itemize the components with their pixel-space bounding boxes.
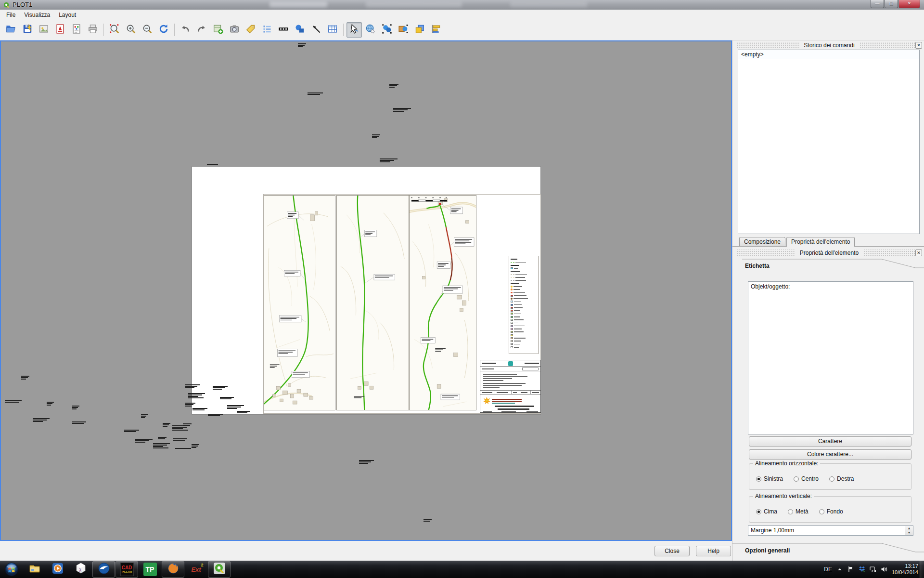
redo-button[interactable] — [194, 22, 209, 38]
tab-propriet-dell-elemento[interactable]: Proprietà dell'elemento — [786, 237, 855, 247]
tab-composizione[interactable]: Composizione — [739, 237, 785, 246]
zoom-in-button[interactable] — [123, 22, 139, 38]
print-button[interactable] — [85, 22, 101, 38]
title-block[interactable] — [480, 360, 541, 413]
vertical-alignment-option-met[interactable]: Metà — [788, 508, 808, 515]
add-legend-button[interactable] — [259, 22, 275, 38]
export-pdf-button[interactable] — [52, 22, 68, 38]
map-frame-2[interactable] — [336, 195, 409, 410]
network-icon[interactable] — [870, 566, 876, 573]
refresh-icon — [158, 24, 169, 36]
group-items-button[interactable] — [379, 22, 395, 38]
add-label-button[interactable] — [243, 22, 258, 38]
taskbar-app-firefox[interactable] — [162, 561, 184, 578]
properties-close-icon[interactable]: ✕ — [915, 250, 922, 256]
select-move-item-button[interactable] — [346, 22, 362, 38]
ungroup-items-button[interactable] — [396, 22, 411, 38]
vertical-alignment-option-fondo[interactable]: Fondo — [819, 508, 843, 515]
action-center-flag-icon[interactable] — [847, 566, 854, 573]
add-scalebar-button[interactable] — [276, 22, 291, 38]
layout-page[interactable] — [192, 166, 541, 415]
hidden-icons-arrow-icon[interactable] — [836, 566, 843, 573]
add-image-button[interactable] — [227, 22, 242, 38]
font-color-button[interactable]: Colore carattere... — [749, 449, 911, 460]
save-button[interactable] — [20, 22, 35, 38]
radio-icon[interactable] — [756, 476, 761, 482]
dropbox-icon[interactable] — [859, 566, 865, 573]
open-folder-icon — [6, 24, 16, 36]
history-close-icon[interactable]: ✕ — [915, 42, 922, 49]
minimize-button[interactable]: — — [871, 0, 884, 8]
taskbar-app-explorer[interactable] — [23, 561, 46, 578]
add-arrow-button[interactable] — [308, 22, 324, 38]
radio-icon[interactable] — [788, 509, 793, 514]
menu-item-file[interactable]: File — [2, 11, 20, 19]
radio-icon[interactable] — [819, 509, 824, 514]
move-item-content-button[interactable] — [363, 22, 378, 38]
radio-icon[interactable] — [794, 476, 799, 482]
menu-item-visualizza[interactable]: Visualizza — [20, 11, 54, 19]
radio-icon[interactable] — [756, 509, 761, 514]
taskbar-app-cad-pillar[interactable]: CADPILLAR — [116, 561, 138, 578]
map-legend[interactable] — [509, 256, 539, 354]
cad-pillar-icon: CADPILLAR — [120, 563, 134, 576]
basic-shape-icon — [295, 24, 305, 36]
font-button[interactable]: Carattere — [749, 436, 911, 447]
align-items-button[interactable] — [428, 22, 444, 38]
add-shape-button[interactable] — [292, 22, 308, 38]
group-items-icon — [382, 24, 392, 36]
taskbar-app-media-player[interactable] — [46, 561, 69, 578]
undo-button[interactable] — [178, 22, 193, 38]
history-dock-header[interactable]: Storico dei comandi ✕ — [736, 42, 922, 49]
zoom-out-button[interactable] — [140, 22, 155, 38]
map-frame-1[interactable] — [264, 195, 335, 410]
clock[interactable]: 13:17 10/04/2014 — [892, 563, 918, 576]
show-desktop-button[interactable] — [920, 561, 924, 578]
export-svg-button[interactable] — [69, 22, 84, 38]
raise-items-button[interactable] — [412, 22, 427, 38]
general-options-label[interactable]: Opzioni generali — [745, 547, 790, 554]
composer-canvas[interactable] — [0, 40, 732, 541]
radio-label: Centro — [801, 475, 819, 482]
taskbar-app-tp-app[interactable]: TP — [139, 561, 161, 578]
add-table-button[interactable] — [325, 22, 340, 38]
globe-hand-icon — [365, 24, 376, 36]
history-entry[interactable]: <empty> — [738, 50, 919, 59]
horizontal-alignment-option-sinistra[interactable]: Sinistra — [756, 475, 783, 482]
language-indicator[interactable]: DE — [824, 566, 832, 573]
properties-dock-header[interactable]: Proprietà dell'elemento ✕ — [736, 250, 922, 257]
close-button[interactable]: Close — [654, 546, 690, 556]
horizontal-alignment-option-destra[interactable]: Destra — [829, 475, 854, 482]
vertical-alignment-option-cima[interactable]: Cima — [756, 508, 777, 515]
taskbar-app-qgis[interactable] — [208, 561, 231, 578]
company-logo-star — [483, 397, 490, 404]
command-history-list[interactable]: <empty> — [738, 50, 920, 234]
margin-spinbox[interactable]: Margine 1,00mm ▲▼ — [748, 525, 913, 536]
taskbar-app-thunderbird[interactable] — [92, 561, 115, 578]
spinner-arrows[interactable]: ▲▼ — [905, 526, 913, 535]
zoom-full-button[interactable] — [107, 22, 122, 38]
etichetta-section-label: Etichetta — [745, 263, 770, 269]
map-3-drawing — [410, 196, 476, 410]
add-map-button[interactable] — [210, 22, 226, 38]
taskbar-app-dice-app[interactable]: λ — [69, 561, 92, 578]
zoom-full-icon — [109, 24, 120, 36]
help-button[interactable]: Help — [696, 546, 731, 556]
close-window-button[interactable]: ✕ — [898, 0, 920, 8]
title-bar[interactable]: PLOT1 — ▢ ✕ — [0, 0, 924, 10]
export-image-button[interactable] — [36, 22, 51, 38]
radio-icon[interactable] — [829, 476, 834, 482]
annotation-label — [124, 430, 139, 433]
glass-ghost — [510, 1, 587, 7]
open-button[interactable] — [3, 22, 19, 38]
map-frame-3[interactable] — [409, 195, 476, 410]
menu-item-layout[interactable]: Layout — [54, 11, 80, 19]
label-text-input[interactable]: Objekt/oggetto: — [748, 281, 913, 434]
maximize-button[interactable]: ▢ — [885, 0, 898, 8]
start-button[interactable] — [0, 562, 23, 577]
volume-icon[interactable] — [881, 566, 887, 573]
right-panel: Storico dei comandi ✕ <empty> Composizio… — [732, 40, 924, 561]
refresh-button[interactable] — [156, 22, 171, 38]
taskbar-app-ext2[interactable]: Ext2 — [185, 561, 207, 578]
horizontal-alignment-option-centro[interactable]: Centro — [794, 475, 819, 482]
